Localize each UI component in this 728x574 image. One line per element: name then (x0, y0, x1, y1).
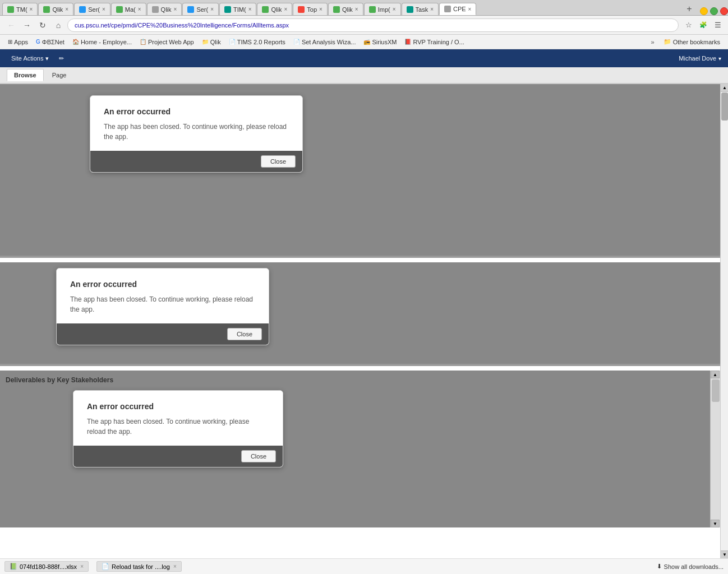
tab-favicon-tab1 (7, 6, 14, 13)
tab-close-tab4[interactable]: × (138, 6, 141, 12)
browser-tab-tab11[interactable]: Imp(× (364, 3, 401, 15)
address-text: cus.pscu.net/cpe/pmdi/CPE%20Business%20I… (75, 22, 671, 29)
tab-label-tab13: CPE (453, 6, 466, 12)
tab-close-tab6[interactable]: × (210, 6, 214, 12)
log-icon: 📄 (102, 563, 109, 570)
panel-3-scroll-up[interactable]: ▲ (711, 371, 720, 378)
close-window-button[interactable] (720, 7, 728, 15)
content-wrapper: An error occurred The app has been close… (0, 84, 728, 558)
tab-browse[interactable]: Browse (7, 69, 44, 81)
bookmark-qlik[interactable]: 📁 Qlik (199, 38, 224, 47)
reload-button[interactable]: ↻ (36, 18, 49, 32)
browser-tab-tab9[interactable]: Top× (293, 3, 328, 15)
tab-close-tab3[interactable]: × (102, 6, 105, 12)
tab-close-tab2[interactable]: × (65, 6, 68, 12)
tab-label-tab2: Qlik (52, 6, 63, 13)
browser-tab-tab5[interactable]: Qlik× (147, 3, 182, 15)
close-button-1[interactable]: Close (261, 155, 296, 168)
bookmark-fbsnet[interactable]: G ΦΒΣNet (33, 38, 68, 47)
apps-grid-icon: ⊞ (8, 39, 12, 45)
panel-3-label: Deliverables by Key Stakeholders (6, 376, 113, 384)
status-item-log[interactable]: 📄 Reload task for ....log × (96, 561, 182, 572)
status-item-log-close[interactable]: × (173, 563, 177, 570)
site-actions-button[interactable]: Site Actions ▾ (7, 53, 53, 64)
main-scrollbar[interactable]: ▲ ▼ (720, 84, 728, 558)
restore-button[interactable] (710, 7, 718, 15)
tab-favicon-tab8 (262, 6, 269, 13)
tab-page[interactable]: Page (45, 69, 74, 81)
scroll-up-button[interactable]: ▲ (721, 84, 728, 92)
close-button-2[interactable]: Close (227, 328, 262, 340)
other-bookmarks-folder[interactable]: 📁 Other bookmarks (660, 37, 724, 47)
tab-close-tab12[interactable]: × (430, 6, 434, 12)
error-message-2: The app has been closed. To continue wor… (70, 294, 255, 314)
address-bar[interactable]: cus.pscu.net/cpe/pmdi/CPE%20Business%20I… (67, 18, 679, 32)
tab-label-tab9: Top (307, 6, 317, 13)
tab-close-tab1[interactable]: × (30, 6, 33, 12)
browser-tab-tab8[interactable]: Qlik× (257, 3, 292, 15)
tims-icon: 📄 (229, 39, 236, 45)
back-button[interactable]: ← (4, 18, 18, 32)
tab-close-tab13[interactable]: × (468, 6, 472, 12)
tab-label-tab6: Ser( (196, 6, 208, 13)
set-analysis-icon: 📄 (293, 39, 300, 45)
tab-close-tab5[interactable]: × (174, 6, 177, 12)
tab-favicon-tab5 (152, 6, 159, 13)
tab-label-tab8: Qlik (271, 6, 282, 13)
tab-close-tab8[interactable]: × (284, 6, 287, 12)
bookmark-tims[interactable]: 📄 TIMS 2.0 Reports (225, 38, 289, 47)
forward-button[interactable]: → (20, 18, 34, 32)
edit-page-icon-button[interactable]: ✏ (54, 53, 68, 64)
scroll-thumb[interactable] (721, 92, 728, 121)
bookmark-star-icon[interactable]: ☆ (683, 20, 694, 31)
home-button[interactable]: ⌂ (52, 18, 65, 32)
browser-tab-tab2[interactable]: Qlik× (38, 3, 73, 15)
browser-tab-tab13[interactable]: CPE× (439, 3, 476, 15)
show-all-downloads-button[interactable]: ⬇ Show all downloads... (657, 563, 724, 570)
browser-tab-tab10[interactable]: Qlik× (328, 3, 363, 15)
tab-favicon-tab4 (116, 6, 123, 13)
tab-close-tab7[interactable]: × (248, 6, 252, 12)
tab-label-tab1: TM( (16, 6, 27, 13)
panel-1: An error occurred The app has been close… (0, 84, 720, 258)
browser-tab-tab3[interactable]: Ser(× (74, 3, 110, 15)
tab-close-tab11[interactable]: × (393, 6, 396, 12)
bookmark-home-employee[interactable]: 🏠 Home - Employe... (69, 38, 135, 47)
user-dropdown-arrow: ▾ (718, 55, 721, 62)
browser-tab-tab7[interactable]: TIM(× (219, 3, 256, 15)
tab-favicon-tab6 (187, 6, 194, 13)
extensions-icon[interactable]: 🧩 (698, 20, 709, 31)
home-icon: 🏠 (72, 39, 79, 45)
browser-tab-tab4[interactable]: Ma(× (111, 3, 146, 15)
scroll-down-button[interactable]: ▼ (721, 550, 728, 558)
nav-bar: ← → ↻ ⌂ cus.pscu.net/cpe/pmdi/CPE%20Busi… (0, 16, 728, 35)
bookmark-siriusxm[interactable]: 📻 SiriusXM (360, 38, 400, 47)
error-dialog-3: An error occurred The app has been close… (73, 390, 283, 467)
tab-label-tab10: Qlik (342, 6, 353, 13)
browser-tab-tab12[interactable]: Task× (402, 3, 439, 15)
panel-3-scroll-down[interactable]: ▼ (711, 520, 720, 527)
status-item-xlsx[interactable]: 📗 074fd180-888f....xlsx × (4, 561, 89, 572)
user-menu[interactable]: Michael Dove ▾ (679, 55, 721, 62)
panel-3-scrollbar[interactable]: ▲ ▼ (710, 371, 720, 527)
tab-favicon-tab12 (407, 6, 413, 13)
browser-tab-tab1[interactable]: TM(× (2, 3, 38, 15)
tab-close-tab10[interactable]: × (355, 6, 358, 12)
folder-icon: 📁 (664, 38, 671, 45)
bookmark-set-analysis[interactable]: 📄 Set Analysis Wiza... (290, 38, 360, 47)
bookmark-project-web-app[interactable]: 📋 Project Web App (136, 38, 197, 47)
browser-tab-tab6[interactable]: Ser(× (182, 3, 219, 15)
status-item-xlsx-close[interactable]: × (80, 563, 84, 570)
bookmark-apps[interactable]: ⊞ Apps (4, 38, 31, 47)
panel-3-scroll-thumb[interactable] (712, 379, 720, 402)
tab-close-tab9[interactable]: × (319, 6, 322, 12)
panel-2: An error occurred The app has been close… (0, 262, 720, 366)
tab-label-tab4: Ma( (125, 6, 136, 13)
minimize-button[interactable] (700, 7, 708, 15)
tab-favicon-tab2 (43, 6, 50, 13)
bookmark-rvp-training[interactable]: 📕 RVP Training / O... (401, 38, 467, 47)
new-tab-button[interactable]: + (683, 3, 695, 15)
bookmarks-more-button[interactable]: » (648, 38, 658, 47)
close-button-3[interactable]: Close (241, 450, 276, 462)
settings-icon[interactable]: ☰ (712, 20, 724, 31)
